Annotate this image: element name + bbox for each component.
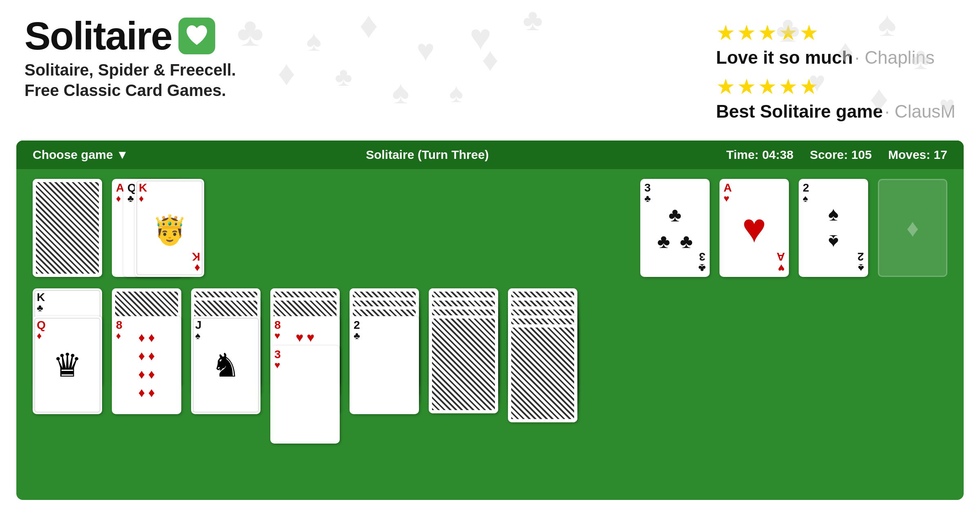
game-moves: Moves: 17 — [888, 148, 947, 162]
review-2-text: Best Solitaire game — [716, 101, 883, 121]
waste-pile[interactable]: A ♦ ♦ A ♦ Q ♣ ♛ Q ♣ K ♦ — [112, 179, 206, 277]
cards-area: A ♦ ♦ A ♦ Q ♣ ♛ Q ♣ K ♦ — [16, 169, 964, 425]
logo-area: Solitaire Solitaire, Spider & Freecell. … — [24, 16, 236, 100]
star-1-4: ★ — [779, 20, 798, 45]
tagline: Solitaire, Spider & Freecell. Free Class… — [24, 60, 236, 100]
dropdown-arrow-icon: ▼ — [116, 148, 129, 162]
2s-suit-br: ♠ — [858, 262, 864, 274]
2s-rank-br: 2 — [858, 251, 864, 262]
ah-rank: A — [724, 182, 732, 194]
tableau-2-col5[interactable]: 2 ♣ — [350, 316, 419, 414]
star-2-5: ★ — [800, 74, 819, 99]
bg-suit-3: ♦ — [359, 4, 378, 46]
review-2-author: · ClausM — [884, 101, 956, 121]
tableau-8-diamonds[interactable]: 8 ♦ ♦ ♦ ♦ ♦ ♦ ♦ ♦ ♦ — [112, 316, 181, 414]
tableau-queen-diamonds[interactable]: Q ♦ ♛ — [33, 316, 102, 414]
review-1-stars: ★ ★ ★ ★ ★ — [716, 20, 956, 45]
game-name: Solitaire (Turn Three) — [366, 148, 489, 162]
game-score: Score: 105 — [810, 148, 872, 162]
bg-suit-2: ♠ — [306, 25, 321, 57]
2-col5-rank: 2 — [354, 319, 360, 331]
tableau-back-7e — [508, 324, 577, 422]
tableau-stack-1: K ♣ ♔ Q ♦ ♛ — [33, 288, 102, 415]
top-row: A ♦ ♦ A ♦ Q ♣ ♛ Q ♣ K ♦ — [33, 179, 947, 277]
review-2-stars: ★ ★ ★ ★ ★ — [716, 74, 956, 99]
bg-suit-9: ♣ — [523, 2, 543, 37]
queen-detail: ♛ — [34, 318, 100, 413]
bg-suit-7: ♠ — [392, 74, 410, 111]
tableau-stack-5: 2 ♣ — [350, 288, 419, 415]
8d-suit-tl: ♦ — [116, 331, 121, 341]
back-pattern-6d — [429, 315, 498, 413]
star-2-2: ★ — [737, 74, 756, 99]
8d-pips: ♦ ♦ ♦ ♦ ♦ ♦ ♦ ♦ — [138, 330, 155, 400]
queen-suit-tl: ♣ — [127, 194, 134, 203]
ah-rank-br: A — [777, 251, 785, 262]
choose-game-button[interactable]: Choose game ▼ — [33, 148, 128, 162]
tableau-col-1[interactable]: K ♣ ♔ Q ♦ ♛ — [33, 288, 102, 415]
review-1-text: Love it so much — [716, 47, 853, 67]
tableau-3-hearts[interactable]: 3 ♥ — [270, 346, 340, 444]
2s-pips: ♠ ♠ — [828, 203, 839, 253]
app-title: Solitaire — [24, 16, 172, 56]
card-back-pattern — [33, 179, 102, 277]
ace-suit-tl: ♦ — [116, 194, 121, 203]
tableau-stack-2: 8 ♦ ♦ ♦ ♦ ♦ ♦ ♦ ♦ ♦ — [112, 288, 181, 415]
tableau-col-6[interactable] — [429, 288, 498, 415]
bg-suit-6: ♣ — [335, 61, 352, 92]
tableau-col-7[interactable] — [508, 288, 577, 415]
star-1-1: ★ — [716, 20, 735, 45]
tableau-jack-spades[interactable]: J ♠ ♞ — [191, 316, 261, 414]
heart-icon — [185, 24, 209, 48]
tagline-line1: Solitaire, Spider & Freecell. — [24, 60, 236, 80]
tableau-col-2[interactable]: 8 ♦ ♦ ♦ ♦ ♦ ♦ ♦ ♦ ♦ — [112, 288, 181, 415]
three-pips: ♣ ♣ ♣ — [657, 203, 693, 252]
8h-rank: 8 — [274, 319, 281, 331]
foundation-empty[interactable]: ♦ — [878, 179, 947, 277]
queen-emoji: ♛ — [53, 346, 82, 384]
choose-game-label: Choose game — [33, 148, 113, 162]
foundation-2-spades[interactable]: 2 ♠ ♠ ♠ 2 ♠ — [799, 179, 868, 277]
review-2: ★ ★ ★ ★ ★ Best Solitaire game · ClausM — [716, 74, 956, 122]
tableau-col-3[interactable]: J ♠ ♞ — [191, 288, 261, 415]
king-rank-br: K — [192, 251, 200, 262]
tableau-col-5[interactable]: 2 ♣ — [350, 288, 419, 415]
king-suit-br: ♦ — [194, 262, 200, 274]
8h-suit-tl: ♥ — [274, 331, 280, 341]
2s-rank: 2 — [803, 182, 809, 194]
logo-icon — [178, 18, 215, 54]
tagline-line2: Free Classic Card Games. — [24, 80, 236, 100]
8d-rank: 8 — [116, 319, 122, 331]
reviews-area: ★ ★ ★ ★ ★ Love it so much · Chaplins ★ ★… — [716, 16, 956, 128]
star-2-3: ★ — [758, 74, 777, 99]
three-rank-br: 3 — [699, 251, 706, 262]
tableau-row: K ♣ ♔ Q ♦ ♛ — [33, 288, 947, 415]
bg-suit-5: ♦ — [278, 53, 295, 93]
review-1: ★ ★ ★ ★ ★ Love it so much · Chaplins — [716, 20, 956, 68]
bg-suit-4: ♥ — [416, 33, 435, 68]
game-time: Time: 04:38 — [726, 148, 794, 162]
waste-card-king-diamonds[interactable]: K ♦ 🤴 K ♦ — [135, 179, 204, 277]
review-1-author: · Chaplins — [855, 47, 935, 67]
jack-emoji: ♞ — [211, 346, 241, 384]
king-face-icon: 🤴 — [152, 213, 187, 247]
bg-suit-10: ♦ — [482, 41, 499, 78]
star-1-5: ★ — [800, 20, 819, 45]
three-rank: 3 — [644, 182, 651, 194]
tableau-stack-3: J ♠ ♞ — [191, 288, 261, 415]
ah-suit-br: ♥ — [778, 262, 785, 274]
tableau-stack-6 — [429, 288, 498, 415]
star-1-2: ★ — [737, 20, 756, 45]
bg-suit-1: ♣ — [237, 8, 264, 55]
logo-title: Solitaire — [24, 16, 236, 56]
2-col5-suit: ♣ — [354, 331, 360, 341]
foundation-ace-hearts[interactable]: A ♥ ♥ A ♥ — [719, 179, 789, 277]
header: ♣ ♠ ♦ ♥ ♦ ♣ ♠ ♥ ♣ ♦ ♠ ♣ ♦ ♥ ♠ ♣ ♦ ♥ Soli… — [0, 0, 980, 141]
diamond-placeholder-icon: ♦ — [906, 214, 919, 242]
foundation-3-clubs[interactable]: 3 ♣ ♣ ♣ ♣ 3 ♣ — [640, 179, 710, 277]
tableau-stack-4: 8 ♥ ♥ ♥ ♥ ♥ ♥ ♥ ♥ ♥ — [270, 288, 340, 415]
stock-pile[interactable] — [33, 179, 102, 277]
bg-suit-8: ♥ — [470, 16, 491, 58]
tableau-col-4[interactable]: 8 ♥ ♥ ♥ ♥ ♥ ♥ ♥ ♥ ♥ — [270, 288, 340, 415]
3h-suit-tl: ♥ — [274, 360, 280, 370]
